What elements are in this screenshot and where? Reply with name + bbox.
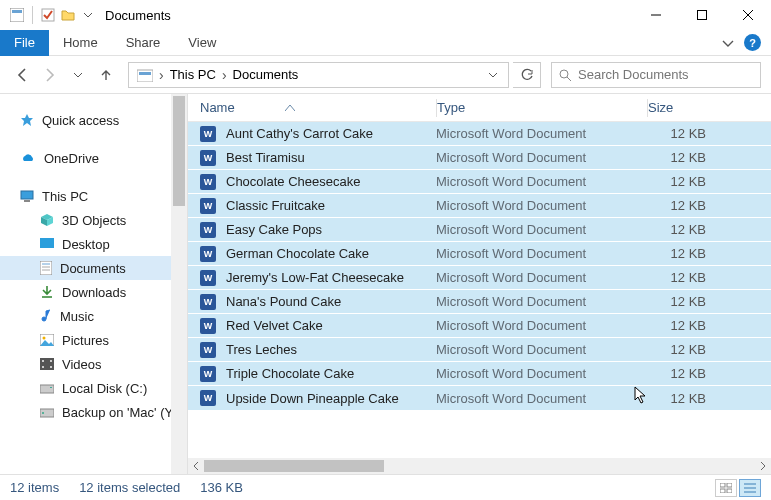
nav-label: Pictures (62, 333, 109, 348)
nav-this-pc[interactable]: This PC (0, 184, 187, 208)
nav-label: Quick access (42, 113, 119, 128)
close-button[interactable] (725, 0, 771, 30)
file-name: Best Tiramisu (226, 150, 436, 165)
cloud-icon (20, 152, 36, 164)
file-type: Microsoft Word Document (436, 126, 646, 141)
file-row[interactable]: WTriple Chocolate CakeMicrosoft Word Doc… (188, 362, 771, 386)
file-row[interactable]: WTres LechesMicrosoft Word Document12 KB (188, 338, 771, 362)
file-name: Nana's Pound Cake (226, 294, 436, 309)
titlebar: Documents (0, 0, 771, 30)
star-icon (20, 113, 34, 127)
file-row[interactable]: WClassic FruitcakeMicrosoft Word Documen… (188, 194, 771, 218)
separator (32, 6, 33, 24)
file-row[interactable]: WJeremy's Low-Fat CheesecakeMicrosoft Wo… (188, 266, 771, 290)
minimize-button[interactable] (633, 0, 679, 30)
navpane-scrollbar[interactable] (171, 94, 187, 474)
document-icon (40, 261, 52, 275)
file-name: Tres Leches (226, 342, 436, 357)
nav-documents[interactable]: Documents (0, 256, 187, 280)
file-size: 12 KB (646, 391, 706, 406)
file-row[interactable]: WAunt Cathy's Carrot CakeMicrosoft Word … (188, 122, 771, 146)
nav-label: This PC (42, 189, 88, 204)
nav-videos[interactable]: Videos (0, 352, 187, 376)
svg-rect-26 (40, 385, 54, 393)
qat-newfolder-icon[interactable] (59, 6, 77, 24)
file-row[interactable]: WEasy Cake PopsMicrosoft Word Document12… (188, 218, 771, 242)
back-button[interactable] (10, 63, 34, 87)
up-button[interactable] (94, 63, 118, 87)
nav-music[interactable]: Music (0, 304, 187, 328)
file-name: Classic Fruitcake (226, 198, 436, 213)
help-button[interactable]: ? (744, 34, 761, 51)
file-row[interactable]: WUpside Down Pineapple CakeMicrosoft Wor… (188, 386, 771, 410)
file-row[interactable]: WNana's Pound CakeMicrosoft Word Documen… (188, 290, 771, 314)
nav-downloads[interactable]: Downloads (0, 280, 187, 304)
svg-rect-13 (40, 238, 54, 248)
crumb-sep (157, 67, 166, 83)
word-file-icon: W (200, 318, 216, 334)
scrollbar-thumb[interactable] (204, 460, 384, 472)
forward-button[interactable] (38, 63, 62, 87)
nav-label: OneDrive (44, 151, 99, 166)
horizontal-scrollbar[interactable] (188, 458, 771, 474)
file-size: 12 KB (646, 270, 706, 285)
nav-backup-drive[interactable]: Backup on 'Mac' (Y:) (0, 400, 187, 424)
scroll-left-icon[interactable] (188, 458, 204, 474)
file-type: Microsoft Word Document (436, 174, 646, 189)
folder-icon (133, 68, 157, 82)
file-size: 12 KB (646, 150, 706, 165)
word-file-icon: W (200, 174, 216, 190)
svg-rect-14 (40, 261, 52, 275)
word-file-icon: W (200, 366, 216, 382)
file-row[interactable]: WRed Velvet CakeMicrosoft Word Document1… (188, 314, 771, 338)
network-disk-icon (40, 406, 54, 418)
nav-desktop[interactable]: Desktop (0, 232, 187, 256)
view-thumbnails-button[interactable] (715, 479, 737, 497)
recent-dropdown-icon[interactable] (66, 63, 90, 87)
scroll-right-icon[interactable] (755, 458, 771, 474)
tab-share[interactable]: Share (112, 30, 175, 56)
address-dropdown-icon[interactable] (482, 70, 504, 80)
download-icon (40, 285, 54, 299)
svg-point-20 (43, 337, 46, 340)
tab-view[interactable]: View (174, 30, 230, 56)
file-row[interactable]: WChocolate CheesecakeMicrosoft Word Docu… (188, 170, 771, 194)
file-size: 12 KB (646, 294, 706, 309)
file-name: Easy Cake Pops (226, 222, 436, 237)
file-row[interactable]: WGerman Chocolate CakeMicrosoft Word Doc… (188, 242, 771, 266)
nav-onedrive[interactable]: OneDrive (0, 146, 187, 170)
file-name: Triple Chocolate Cake (226, 366, 436, 381)
tab-file[interactable]: File (0, 30, 49, 56)
refresh-button[interactable] (513, 62, 541, 88)
search-input[interactable]: Search Documents (551, 62, 761, 88)
nav-quick-access[interactable]: Quick access (0, 108, 187, 132)
file-type: Microsoft Word Document (436, 150, 646, 165)
ribbon-expand-icon[interactable] (722, 37, 734, 49)
qat-properties-icon[interactable] (39, 6, 57, 24)
column-type[interactable]: Type (437, 100, 647, 115)
ribbon-tabs: File Home Share View ? (0, 30, 771, 56)
column-name[interactable]: Name (200, 100, 436, 115)
svg-rect-31 (727, 483, 732, 487)
view-details-button[interactable] (739, 479, 761, 497)
file-size: 12 KB (646, 126, 706, 141)
video-icon (40, 358, 54, 370)
crumb-documents[interactable]: Documents (229, 67, 303, 82)
crumb-this-pc[interactable]: This PC (166, 67, 220, 82)
nav-label: Local Disk (C:) (62, 381, 147, 396)
scrollbar-thumb[interactable] (173, 96, 185, 206)
nav-3d-objects[interactable]: 3D Objects (0, 208, 187, 232)
address-bar[interactable]: This PC Documents (128, 62, 509, 88)
file-name: Upside Down Pineapple Cake (226, 391, 436, 406)
nav-pictures[interactable]: Pictures (0, 328, 187, 352)
qat-dropdown-icon[interactable] (79, 6, 97, 24)
maximize-button[interactable] (679, 0, 725, 30)
file-row[interactable]: WBest TiramisuMicrosoft Word Document12 … (188, 146, 771, 170)
column-size[interactable]: Size (648, 100, 771, 115)
tab-home[interactable]: Home (49, 30, 112, 56)
file-size: 12 KB (646, 366, 706, 381)
nav-local-disk[interactable]: Local Disk (C:) (0, 376, 187, 400)
file-size: 12 KB (646, 318, 706, 333)
file-type: Microsoft Word Document (436, 391, 646, 406)
word-file-icon: W (200, 222, 216, 238)
